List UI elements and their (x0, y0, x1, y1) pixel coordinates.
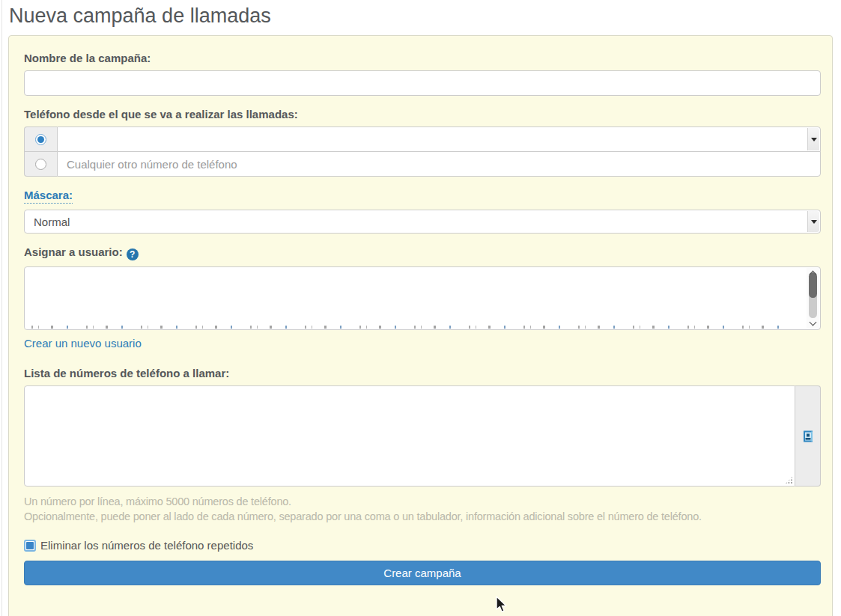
other-number-input[interactable] (57, 151, 821, 177)
phone-list-label: Lista de números de teléfono a llamar: (24, 367, 821, 379)
phone-list-group: Lista de números de teléfono a llamar: U… (24, 367, 821, 524)
phone-from-label: Teléfono desde el que se va a realizar l… (24, 108, 821, 121)
own-number-radio[interactable] (35, 134, 46, 145)
assign-user-label-text: Asignar a usuario: (24, 246, 123, 258)
create-campaign-button[interactable]: Crear campaña (24, 561, 821, 585)
assign-user-label: Asignar a usuario:? (24, 246, 821, 260)
scrollbar-up-icon[interactable] (807, 268, 819, 278)
remove-duplicates-row[interactable]: Eliminar los números de teléfono repetid… (24, 539, 821, 552)
listbox-scrollbar[interactable] (807, 268, 819, 329)
help-line-1: Un número por línea, máximo 5000 números… (24, 494, 821, 509)
mask-group: Máscara: Normal (24, 189, 821, 234)
own-number-row (24, 126, 821, 152)
phone-list-help: Un número por línea, máximo 5000 números… (24, 494, 821, 524)
phone-list-wrapper (24, 385, 821, 487)
campaign-name-input[interactable] (24, 70, 821, 96)
page-edge-divider (1, 0, 2, 616)
other-number-radio-addon (24, 151, 57, 177)
mask-select[interactable]: Normal (24, 210, 821, 234)
mask-select-value: Normal (25, 210, 820, 234)
page-title: Nueva campaña de llamadas (9, 4, 271, 28)
remove-duplicates-label: Eliminar los números de teléfono repetid… (40, 539, 253, 552)
new-call-campaign-form: Nombre de la campaña: Teléfono desde el … (8, 35, 833, 616)
own-number-select-value (58, 127, 820, 136)
phone-from-group: Teléfono desde el que se va a realizar l… (24, 108, 821, 177)
assign-user-listbox[interactable] (24, 266, 821, 330)
assign-user-group: Asignar a usuario:? Crear un nuevo usuar… (24, 246, 821, 350)
phone-list-textarea[interactable] (24, 385, 795, 487)
other-number-radio[interactable] (35, 159, 46, 170)
create-user-link[interactable]: Crear un nuevo usuario (24, 337, 142, 350)
listbox-clipped-option[interactable] (31, 326, 790, 329)
question-circle-icon[interactable]: ? (127, 248, 139, 260)
other-number-row (24, 151, 821, 177)
remove-duplicates-checkbox[interactable] (24, 540, 36, 552)
address-book-icon[interactable] (802, 430, 814, 442)
campaign-name-group: Nombre de la campaña: (24, 52, 821, 96)
mask-label[interactable]: Máscara: (24, 189, 73, 204)
own-number-select[interactable] (57, 126, 821, 152)
own-number-radio-addon (24, 126, 57, 152)
help-line-2: Opcionalmente, puede poner al lado de ca… (24, 509, 821, 524)
scrollbar-down-icon[interactable] (807, 319, 819, 329)
campaign-name-label: Nombre de la campaña: (24, 52, 821, 64)
phone-list-addon[interactable] (795, 385, 821, 487)
caret-down-icon[interactable] (807, 211, 819, 232)
caret-down-icon[interactable] (807, 128, 819, 150)
